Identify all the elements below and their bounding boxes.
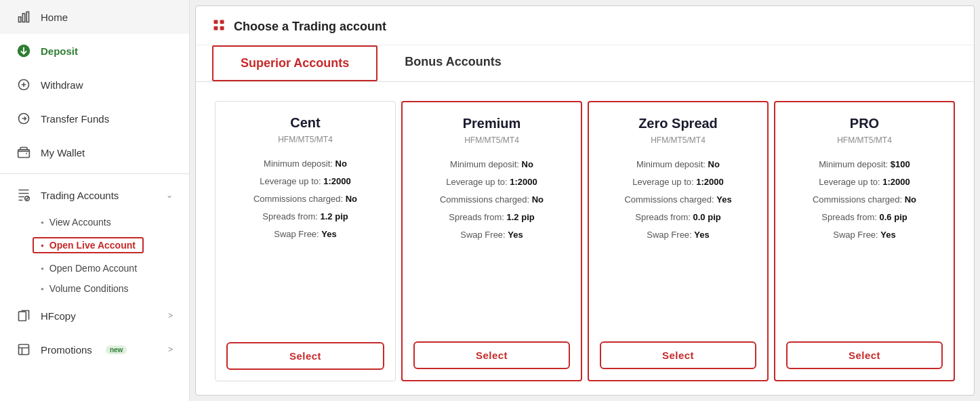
account-card-premium: Premium HFM/MT5/MT4 Minimum deposit: No … (401, 101, 582, 381)
cards-area: Cent HFM/MT5/MT4 Minimum deposit: No Lev… (196, 82, 974, 395)
card-premium-name: Premium (463, 116, 521, 131)
main-content: Choose a Trading account Superior Accoun… (195, 5, 975, 396)
hfcopy-icon (16, 308, 31, 323)
card-zero-spread-details: Minimum deposit: No Leverage up to: 1:20… (624, 156, 731, 331)
zero-swap: Swap Free: Yes (624, 226, 731, 244)
cent-leverage: Leverage up to: 1:2000 (253, 173, 357, 190)
premium-swap: Swap Free: Yes (440, 226, 544, 244)
zero-spread-select-button[interactable]: Select (600, 341, 756, 369)
cent-spreads: Spreads from: 1.2 pip (253, 208, 357, 226)
card-pro-name: PRO (850, 116, 879, 131)
sidebar-item-transfer[interactable]: Transfer Funds (0, 102, 189, 135)
trading-accounts-chevron: ⌄ (166, 190, 173, 200)
svg-rect-13 (220, 26, 224, 30)
svg-rect-8 (19, 312, 26, 320)
zero-leverage: Leverage up to: 1:2000 (624, 173, 731, 191)
cent-min-deposit: Minimum deposit: No (253, 155, 357, 173)
account-card-pro: PRO HFM/MT5/MT4 Minimum deposit: $100 Le… (774, 101, 955, 381)
premium-min-deposit: Minimum deposit: No (440, 156, 544, 173)
sidebar-hfcopy-label: HFcopy (41, 310, 76, 322)
sidebar-item-promotions[interactable]: Promotions new > (0, 333, 189, 366)
cent-swap-val: Yes (321, 229, 336, 239)
account-cards-grid: Cent HFM/MT5/MT4 Minimum deposit: No Lev… (212, 98, 958, 384)
sidebar-sub-open-demo[interactable]: ● Open Demo Account (0, 258, 189, 278)
tab-superior[interactable]: Superior Accounts (212, 45, 377, 81)
card-pro-details: Minimum deposit: $100 Leverage up to: 1:… (813, 156, 916, 331)
deposit-icon (16, 43, 31, 58)
sidebar-sub-view-accounts[interactable]: ● View Accounts (0, 212, 189, 232)
dot-icon-volume: ● (41, 286, 44, 292)
sidebar-item-deposit[interactable]: Deposit (0, 34, 189, 68)
cent-select-button[interactable]: Select (226, 342, 384, 370)
cent-commissions-val: No (346, 194, 357, 204)
trading-accounts-icon (16, 188, 31, 203)
svg-rect-2 (26, 12, 28, 22)
sidebar-home-label: Home (41, 12, 68, 23)
svg-rect-9 (19, 345, 29, 355)
pro-spreads: Spreads from: 0.6 pip (813, 209, 916, 226)
pro-swap: Swap Free: Yes (813, 226, 916, 244)
cent-min-deposit-val: No (335, 159, 347, 169)
svg-rect-1 (22, 14, 24, 22)
sidebar-item-wallet[interactable]: My Wallet (0, 135, 189, 169)
cent-leverage-val: 1:2000 (323, 176, 350, 186)
dot-icon-view: ● (41, 219, 44, 226)
zero-spreads: Spreads from: 0.0 pip (624, 209, 731, 226)
tab-bonus[interactable]: Bonus Accounts (377, 45, 528, 81)
cent-swap: Swap Free: Yes (253, 226, 357, 243)
wallet-icon (16, 145, 31, 160)
zero-min-deposit: Minimum deposit: No (624, 156, 731, 173)
pro-commissions: Commissions charged: No (813, 191, 916, 209)
svg-rect-10 (214, 20, 218, 24)
sidebar-trading-accounts-label: Trading Accounts (41, 190, 119, 201)
sidebar-item-home[interactable]: Home (0, 0, 189, 34)
sidebar-transfer-label: Transfer Funds (41, 113, 109, 125)
premium-select-button[interactable]: Select (413, 341, 570, 369)
dot-icon-demo: ● (41, 266, 44, 272)
sidebar-item-trading-accounts[interactable]: Trading Accounts ⌄ (0, 178, 189, 212)
tab-superior-label: Superior Accounts (241, 56, 349, 70)
cent-spreads-val: 1.2 pip (321, 211, 348, 221)
card-cent-platform: HFM/MT5/MT4 (278, 135, 333, 144)
sidebar-sub-open-live[interactable]: ● Open Live Account (0, 232, 189, 258)
account-card-cent: Cent HFM/MT5/MT4 Minimum deposit: No Lev… (215, 101, 396, 381)
grid-icon (212, 18, 226, 35)
sidebar-deposit-label: Deposit (41, 45, 78, 57)
promotions-badge: new (106, 345, 127, 354)
account-card-zero-spread: Zero Spread HFM/MT5/MT4 Minimum deposit:… (588, 101, 769, 381)
tab-bonus-label: Bonus Accounts (405, 55, 501, 68)
sidebar-divider-1 (0, 173, 189, 174)
dot-icon-live: ● (41, 242, 44, 249)
bar-chart-icon (16, 9, 31, 24)
pro-leverage: Leverage up to: 1:2000 (813, 173, 916, 191)
sidebar-wallet-label: My Wallet (41, 147, 85, 159)
sidebar-withdraw-label: Withdraw (41, 79, 83, 91)
svg-rect-0 (19, 17, 21, 22)
sidebar-item-withdraw[interactable]: Withdraw (0, 68, 189, 102)
svg-rect-11 (220, 20, 224, 24)
premium-spreads: Spreads from: 1.2 pip (440, 209, 544, 226)
zero-commissions: Commissions charged: Yes (624, 191, 731, 209)
pro-min-deposit: Minimum deposit: $100 (813, 156, 916, 173)
sidebar-sub-volume-label: Volume Conditions (49, 283, 129, 294)
card-zero-spread-name: Zero Spread (638, 116, 718, 131)
sidebar: Home Deposit Withdraw Transfer Funds (0, 0, 190, 401)
card-cent-details: Minimum deposit: No Leverage up to: 1:20… (253, 155, 357, 331)
pro-select-button[interactable]: Select (786, 341, 943, 369)
premium-leverage: Leverage up to: 1:2000 (440, 173, 544, 191)
svg-rect-12 (214, 26, 218, 30)
transfer-icon (16, 111, 31, 126)
sidebar-sub-open-demo-label: Open Demo Account (49, 263, 137, 274)
sidebar-sub-volume[interactable]: ● Volume Conditions (0, 278, 189, 299)
sidebar-promotions-label: Promotions (41, 344, 92, 356)
card-zero-spread-platform: HFM/MT5/MT4 (651, 135, 706, 145)
premium-commissions: Commissions charged: No (440, 191, 544, 209)
sidebar-sub-view-label: View Accounts (49, 217, 111, 228)
page-title: Choose a Trading account (234, 20, 386, 34)
page-header: Choose a Trading account (196, 6, 974, 45)
sidebar-item-hfcopy[interactable]: HFcopy > (0, 299, 189, 333)
cent-commissions: Commissions charged: No (253, 190, 357, 208)
withdraw-icon (16, 77, 31, 92)
card-cent-name: Cent (290, 115, 320, 131)
sidebar-sub-open-live-label: Open Live Account (49, 240, 136, 251)
